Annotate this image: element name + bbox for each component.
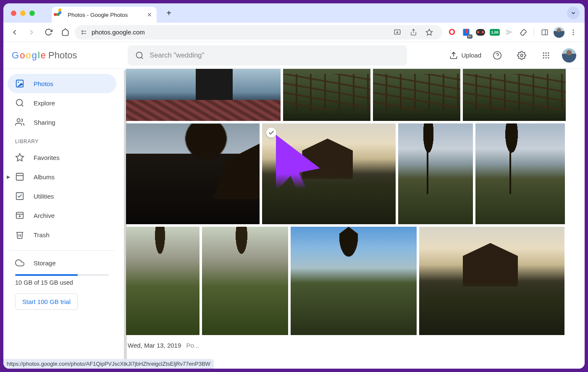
sidebar-item-utilities[interactable]: Utilities	[8, 186, 116, 206]
apps-grid-icon	[542, 51, 550, 60]
extension-badge-icon[interactable]: 1.00	[489, 27, 500, 38]
svg-marker-6	[426, 29, 433, 35]
photo-thumbnail[interactable]	[291, 227, 417, 335]
sidebar-label: Explore	[34, 100, 55, 107]
sidebar-section-library: LIBRARY	[8, 132, 116, 148]
window-close-button[interactable]	[11, 10, 16, 16]
svg-point-23	[543, 55, 544, 56]
install-app-icon[interactable]	[390, 25, 404, 39]
settings-button[interactable]	[513, 47, 530, 64]
google-photos-favicon	[57, 11, 63, 18]
window-controls	[8, 10, 35, 16]
share-icon[interactable]	[406, 25, 420, 39]
app-content: Google Photos Upload	[3, 42, 585, 369]
photo-thumbnail[interactable]	[373, 69, 460, 121]
url-text: photos.google.com	[92, 29, 145, 36]
photo-select-checkbox[interactable]	[266, 128, 276, 138]
svg-point-14	[136, 52, 142, 58]
archive-icon	[15, 211, 24, 220]
svg-point-21	[545, 52, 546, 53]
tab-close-button[interactable]: ×	[147, 11, 152, 18]
help-button[interactable]	[489, 47, 506, 64]
svg-point-33	[17, 119, 20, 122]
storage-trial-button[interactable]: Start 100 GB trial	[15, 293, 78, 310]
tab-list-dropdown[interactable]	[567, 7, 580, 19]
sidebar-label: Favorites	[34, 154, 60, 161]
sidebar-item-albums[interactable]: ▶ Albums	[8, 167, 116, 186]
photo-thumbnail[interactable]	[126, 227, 200, 335]
photo-thumbnail[interactable]	[202, 227, 288, 335]
sidebar-item-favorites[interactable]: Favorites	[8, 148, 116, 167]
address-bar[interactable]: photos.google.com	[75, 25, 442, 39]
side-panel-icon[interactable]	[539, 27, 550, 38]
svg-point-24	[545, 55, 546, 56]
google-photos-logo[interactable]: Google Photos	[12, 50, 77, 61]
window-minimize-button[interactable]	[20, 10, 26, 16]
sidebar-item-sharing[interactable]: Sharing	[8, 113, 116, 132]
photo-thumbnail[interactable]	[398, 123, 473, 224]
svg-point-31	[16, 100, 23, 106]
photo-thumbnail[interactable]	[475, 123, 565, 224]
extension-opera-icon[interactable]: O	[446, 27, 457, 38]
sidebar-label: Trash	[34, 231, 50, 238]
account-avatar[interactable]	[562, 48, 576, 63]
site-info-icon[interactable]	[81, 29, 87, 36]
upload-button[interactable]: Upload	[449, 51, 481, 60]
photo-thumbnail[interactable]	[463, 69, 566, 121]
storage-label: Storage	[34, 259, 56, 267]
browser-menu-icon[interactable]	[568, 27, 579, 38]
people-icon	[15, 118, 24, 127]
tab-title: Photos - Google Photos	[68, 12, 128, 18]
photo-thumbnail[interactable]	[283, 69, 370, 121]
photo-thumbnail[interactable]	[126, 123, 260, 224]
extension-send-icon[interactable]	[504, 27, 514, 38]
forward-button[interactable]	[24, 25, 39, 39]
sidebar-item-storage[interactable]: Storage	[8, 257, 116, 269]
help-icon	[493, 51, 502, 60]
reload-button[interactable]	[41, 25, 55, 39]
browser-tab[interactable]: Photos - Google Photos ×	[52, 7, 157, 23]
date-text: Wed, Mar 13, 2019	[128, 342, 181, 349]
extension-eyes-icon[interactable]	[475, 27, 486, 38]
search-input[interactable]	[150, 51, 399, 59]
bookmark-star-icon[interactable]	[422, 25, 436, 39]
sidebar-item-archive[interactable]: Archive	[8, 206, 116, 225]
photo-thumbnail[interactable]	[126, 69, 281, 121]
extensions-puzzle-icon[interactable]	[518, 27, 529, 38]
browser-window: Photos - Google Photos × + photos.google…	[3, 3, 585, 369]
back-button[interactable]	[8, 25, 22, 39]
cloud-icon	[15, 258, 24, 267]
extension-bookmark-icon[interactable]: 9+	[461, 27, 472, 38]
new-tab-button[interactable]: +	[163, 7, 175, 19]
logo-product-text: Photos	[48, 50, 77, 61]
photos-icon	[15, 79, 24, 88]
sidebar-divider	[9, 250, 115, 251]
svg-point-25	[548, 55, 549, 56]
browser-toolbar: photos.google.com O 9+	[3, 23, 585, 42]
svg-point-22	[548, 52, 549, 53]
home-button[interactable]	[58, 25, 72, 39]
window-maximize-button[interactable]	[29, 10, 35, 16]
photo-thumbnail-hover[interactable]	[262, 123, 396, 224]
expand-caret-icon[interactable]: ▶	[7, 174, 10, 180]
sidebar-item-photos[interactable]: Photos	[8, 74, 116, 93]
search-bar[interactable]	[128, 45, 407, 65]
svg-rect-9	[542, 30, 548, 35]
sidebar-item-explore[interactable]: Explore	[8, 93, 116, 113]
svg-point-30	[18, 81, 19, 83]
cursor-arrow-icon	[274, 133, 324, 212]
svg-line-32	[21, 105, 23, 106]
sidebar-item-trash[interactable]: Trash	[8, 225, 116, 244]
svg-point-12	[573, 31, 574, 33]
sidebar-label: Sharing	[34, 119, 55, 126]
extensions-area: O 9+ 1.00	[445, 27, 580, 38]
google-apps-button[interactable]	[538, 47, 554, 64]
sidebar-label: Utilities	[34, 193, 54, 200]
sidebar: Photos Explore Sharing LIBRARY Favorites…	[3, 69, 121, 369]
svg-point-0	[82, 31, 83, 32]
location-text: Po...	[186, 342, 199, 349]
profile-avatar-small[interactable]	[554, 27, 564, 38]
photo-grid: Wed, Mar 13, 2019 Po...	[121, 69, 585, 369]
photo-thumbnail[interactable]	[419, 227, 564, 335]
sidebar-label: Albums	[34, 173, 55, 181]
